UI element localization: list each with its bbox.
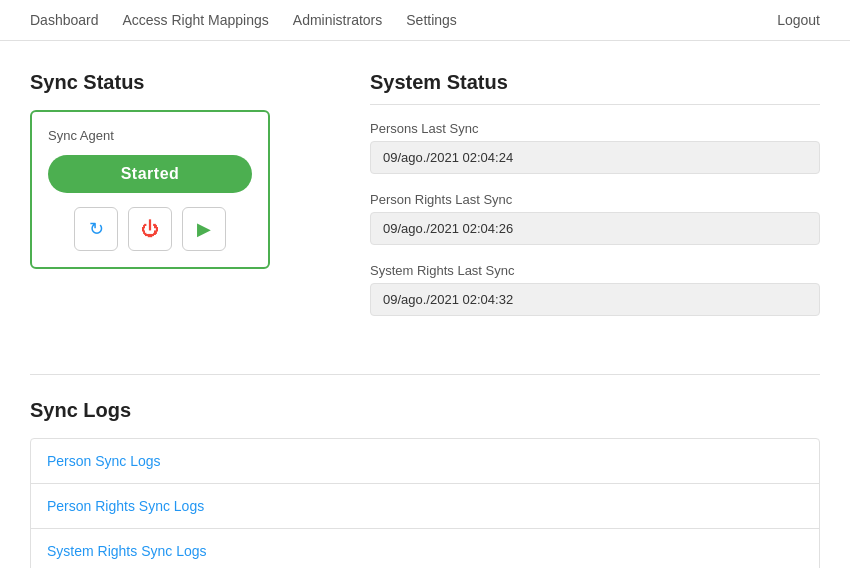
person-rights-last-sync-label: Person Rights Last Sync [370, 192, 820, 207]
system-rights-last-sync-label: System Rights Last Sync [370, 263, 820, 278]
sync-logs-section: Sync Logs Person Sync Logs Person Rights… [30, 374, 820, 568]
started-button[interactable]: Started [48, 155, 252, 193]
person-rights-last-sync-value: 09/ago./2021 02:04:26 [370, 212, 820, 245]
nav-dashboard[interactable]: Dashboard [30, 12, 99, 28]
nav-access-right-mappings[interactable]: Access Right Mappings [123, 12, 269, 28]
power-button[interactable]: ⏻ [128, 207, 172, 251]
logout-button[interactable]: Logout [777, 12, 820, 28]
system-status-section: System Status Persons Last Sync 09/ago./… [370, 71, 820, 334]
system-status-title: System Status [370, 71, 820, 105]
sync-agent-card: Sync Agent Started ↻ ⏻ ▶ [30, 110, 270, 269]
log-item-person-sync[interactable]: Person Sync Logs [31, 439, 819, 484]
sync-status-section: Sync Status Sync Agent Started ↻ ⏻ ▶ [30, 71, 330, 334]
system-rights-last-sync-item: System Rights Last Sync 09/ago./2021 02:… [370, 263, 820, 316]
main-nav: Dashboard Access Right Mappings Administ… [0, 0, 850, 41]
action-buttons: ↻ ⏻ ▶ [48, 207, 252, 251]
power-icon: ⏻ [141, 219, 159, 240]
persons-last-sync-value: 09/ago./2021 02:04:24 [370, 141, 820, 174]
sync-agent-label: Sync Agent [48, 128, 252, 143]
refresh-button[interactable]: ↻ [74, 207, 118, 251]
log-item-system-rights[interactable]: System Rights Sync Logs [31, 529, 819, 568]
sync-status-title: Sync Status [30, 71, 330, 94]
persons-last-sync-label: Persons Last Sync [370, 121, 820, 136]
person-rights-last-sync-item: Person Rights Last Sync 09/ago./2021 02:… [370, 192, 820, 245]
nav-administrators[interactable]: Administrators [293, 12, 382, 28]
person-rights-sync-logs-link[interactable]: Person Rights Sync Logs [47, 498, 204, 514]
nav-settings[interactable]: Settings [406, 12, 457, 28]
refresh-icon: ↻ [89, 218, 104, 240]
log-item-person-rights[interactable]: Person Rights Sync Logs [31, 484, 819, 529]
nav-links: Dashboard Access Right Mappings Administ… [30, 12, 777, 28]
person-sync-logs-link[interactable]: Person Sync Logs [47, 453, 161, 469]
main-content: Sync Status Sync Agent Started ↻ ⏻ ▶ [0, 41, 850, 568]
system-rights-last-sync-value: 09/ago./2021 02:04:32 [370, 283, 820, 316]
sync-logs-title: Sync Logs [30, 399, 820, 422]
play-button[interactable]: ▶ [182, 207, 226, 251]
play-icon: ▶ [197, 218, 211, 240]
top-section: Sync Status Sync Agent Started ↻ ⏻ ▶ [30, 71, 820, 334]
system-rights-sync-logs-link[interactable]: System Rights Sync Logs [47, 543, 207, 559]
persons-last-sync-item: Persons Last Sync 09/ago./2021 02:04:24 [370, 121, 820, 174]
logs-table: Person Sync Logs Person Rights Sync Logs… [30, 438, 820, 568]
